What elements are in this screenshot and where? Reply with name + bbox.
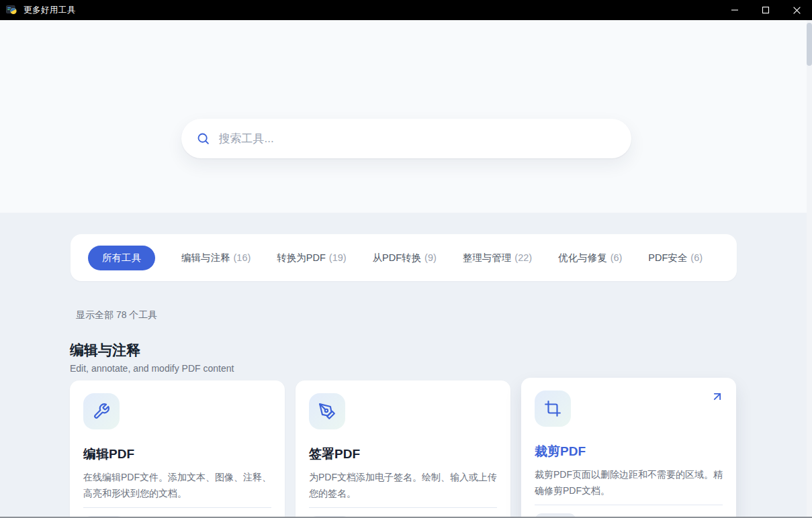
tab-count: (9) bbox=[424, 252, 437, 263]
arrow-up-right-icon bbox=[711, 390, 724, 406]
tool-card-title: 签署PDF bbox=[309, 446, 497, 463]
close-button[interactable] bbox=[781, 0, 812, 20]
maximize-button[interactable] bbox=[750, 0, 781, 20]
search-bar[interactable] bbox=[181, 119, 631, 158]
tool-card-description: 裁剪PDF页面以删除边距和不需要的区域。精确修剪PDF文档。 bbox=[535, 467, 723, 499]
tab-convert-to-pdf[interactable]: 转换为PDF(19) bbox=[277, 252, 346, 264]
section-subtitle: Edit, annotate, and modify PDF content bbox=[70, 363, 812, 374]
tab-label: 转换为PDF bbox=[277, 252, 326, 263]
maximize-icon bbox=[762, 6, 770, 14]
hero-section bbox=[0, 20, 812, 213]
tools-grid: 编辑PDF 在线编辑PDF文件。添加文本、图像、注释、高亮和形状到您的文档。 签… bbox=[70, 380, 812, 518]
tab-label: 所有工具 bbox=[102, 252, 141, 263]
section-title: 编辑与注释 bbox=[70, 341, 812, 360]
tool-card-title: 编辑PDF bbox=[83, 446, 271, 463]
minimize-button[interactable] bbox=[719, 0, 750, 20]
search-input[interactable] bbox=[219, 132, 617, 146]
pen-nib-icon bbox=[309, 393, 345, 429]
titlebar: 更多好用工具 bbox=[0, 0, 812, 20]
search-icon bbox=[196, 132, 210, 146]
window-controls bbox=[719, 0, 812, 20]
tab-label: 整理与管理 bbox=[463, 252, 512, 263]
tab-optimize-repair[interactable]: 优化与修复(6) bbox=[558, 252, 622, 264]
wrench-icon bbox=[83, 393, 120, 429]
tab-organize-manage[interactable]: 整理与管理(22) bbox=[463, 252, 532, 264]
tab-label: 优化与修复 bbox=[558, 252, 607, 263]
scrollbar-thumb[interactable] bbox=[807, 23, 812, 66]
tab-count: (22) bbox=[514, 252, 532, 263]
tab-pdf-security[interactable]: PDF安全(6) bbox=[648, 252, 703, 264]
results-summary: 显示全部 78 个工具 bbox=[76, 309, 812, 321]
card-divider bbox=[535, 505, 723, 505]
tab-label: PDF安全 bbox=[648, 252, 687, 263]
tool-card-description: 为PDF文档添加电子签名。绘制、输入或上传您的签名。 bbox=[309, 470, 497, 501]
tool-card-title: 裁剪PDF bbox=[535, 443, 723, 460]
window-title: 更多好用工具 bbox=[24, 5, 76, 16]
crop-icon bbox=[535, 391, 571, 427]
tab-label: 从PDF转换 bbox=[373, 252, 422, 263]
app-python-icon bbox=[6, 5, 17, 15]
tab-count: (19) bbox=[329, 252, 347, 263]
tab-count: (6) bbox=[611, 252, 623, 263]
card-divider bbox=[83, 507, 271, 508]
close-icon bbox=[793, 6, 801, 15]
tab-count: (6) bbox=[690, 252, 703, 263]
tab-count: (16) bbox=[234, 252, 251, 263]
category-tabbar: 所有工具 编辑与注释(16) 转换为PDF(19) 从PDF转换(9) 整理与管… bbox=[71, 234, 737, 281]
tab-all-tools[interactable]: 所有工具 bbox=[88, 246, 155, 270]
tool-card-sign-pdf[interactable]: 签署PDF 为PDF文档添加电子签名。绘制、输入或上传您的签名。 bbox=[296, 380, 510, 518]
tab-convert-from-pdf[interactable]: 从PDF转换(9) bbox=[373, 252, 437, 264]
tab-label: 编辑与注释 bbox=[181, 252, 230, 263]
minimize-icon bbox=[731, 6, 739, 14]
scrollbar-track[interactable] bbox=[807, 20, 812, 517]
tab-edit-annotate[interactable]: 编辑与注释(16) bbox=[181, 252, 251, 264]
tool-card-description: 在线编辑PDF文件。添加文本、图像、注释、高亮和形状到您的文档。 bbox=[83, 470, 271, 501]
card-divider bbox=[309, 507, 497, 508]
tool-card-crop-pdf[interactable]: 裁剪PDF 裁剪PDF页面以删除边距和不需要的区域。精确修剪PDF文档。 bbox=[521, 378, 736, 518]
tool-card-edit-pdf[interactable]: 编辑PDF 在线编辑PDF文件。添加文本、图像、注释、高亮和形状到您的文档。 bbox=[70, 380, 285, 518]
tools-section: 所有工具 编辑与注释(16) 转换为PDF(19) 从PDF转换(9) 整理与管… bbox=[0, 213, 812, 518]
